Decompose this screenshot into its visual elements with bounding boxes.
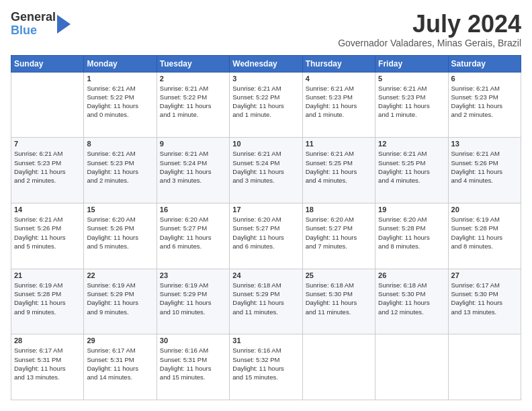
day-info: Sunrise: 6:17 AM Sunset: 5:31 PM Dayligh… (14, 346, 81, 381)
table-row: 2Sunrise: 6:21 AM Sunset: 5:22 PM Daylig… (157, 72, 229, 138)
day-info: Sunrise: 6:21 AM Sunset: 5:26 PM Dayligh… (451, 149, 518, 185)
table-row: 11Sunrise: 6:21 AM Sunset: 5:25 PM Dayli… (302, 138, 375, 203)
table-row (375, 334, 448, 400)
table-row: 13Sunrise: 6:21 AM Sunset: 5:26 PM Dayli… (448, 138, 521, 203)
day-info: Sunrise: 6:19 AM Sunset: 5:28 PM Dayligh… (451, 215, 518, 250)
day-number: 12 (378, 140, 445, 148)
calendar-table: Sunday Monday Tuesday Wednesday Thursday… (11, 55, 521, 400)
col-monday: Monday (84, 55, 157, 72)
calendar-week-row: 21Sunrise: 6:19 AM Sunset: 5:28 PM Dayli… (11, 269, 521, 334)
table-row (11, 72, 84, 138)
day-number: 30 (160, 336, 226, 345)
table-row: 31Sunrise: 6:16 AM Sunset: 5:32 PM Dayli… (230, 334, 302, 400)
calendar-week-row: 14Sunrise: 6:21 AM Sunset: 5:26 PM Dayli… (11, 203, 521, 269)
day-info: Sunrise: 6:19 AM Sunset: 5:29 PM Dayligh… (87, 281, 153, 316)
col-sunday: Sunday (11, 55, 84, 72)
day-number: 8 (87, 140, 153, 148)
header: General Blue July 2024 Governador Valada… (11, 11, 521, 48)
table-row (302, 334, 375, 400)
day-number: 6 (451, 75, 518, 83)
day-info: Sunrise: 6:18 AM Sunset: 5:30 PM Dayligh… (306, 281, 372, 316)
day-number: 15 (87, 205, 153, 214)
col-tuesday: Tuesday (157, 55, 229, 72)
table-row: 17Sunrise: 6:20 AM Sunset: 5:27 PM Dayli… (230, 203, 302, 269)
table-row: 16Sunrise: 6:20 AM Sunset: 5:27 PM Dayli… (157, 203, 229, 269)
table-row: 14Sunrise: 6:21 AM Sunset: 5:26 PM Dayli… (11, 203, 84, 269)
day-number: 16 (160, 205, 226, 214)
table-row: 3Sunrise: 6:21 AM Sunset: 5:22 PM Daylig… (230, 72, 302, 138)
table-row: 27Sunrise: 6:17 AM Sunset: 5:30 PM Dayli… (448, 269, 521, 334)
day-info: Sunrise: 6:17 AM Sunset: 5:30 PM Dayligh… (451, 281, 518, 316)
table-row: 28Sunrise: 6:17 AM Sunset: 5:31 PM Dayli… (11, 334, 84, 400)
month-year-title: July 2024 (338, 11, 521, 38)
logo-text: General Blue (11, 11, 56, 38)
day-info: Sunrise: 6:17 AM Sunset: 5:31 PM Dayligh… (87, 346, 153, 381)
calendar-header-row: Sunday Monday Tuesday Wednesday Thursday… (11, 55, 521, 72)
calendar-week-row: 7Sunrise: 6:21 AM Sunset: 5:23 PM Daylig… (11, 138, 521, 203)
day-number: 27 (451, 271, 518, 279)
day-number: 2 (160, 75, 226, 83)
logo-icon (57, 15, 71, 34)
day-info: Sunrise: 6:18 AM Sunset: 5:30 PM Dayligh… (378, 281, 445, 316)
day-number: 22 (87, 271, 153, 279)
day-number: 9 (160, 140, 226, 148)
table-row: 29Sunrise: 6:17 AM Sunset: 5:31 PM Dayli… (84, 334, 157, 400)
table-row: 30Sunrise: 6:16 AM Sunset: 5:31 PM Dayli… (157, 334, 229, 400)
col-wednesday: Wednesday (230, 55, 302, 72)
day-info: Sunrise: 6:21 AM Sunset: 5:23 PM Dayligh… (14, 149, 81, 185)
day-number: 28 (14, 336, 81, 345)
calendar-week-row: 28Sunrise: 6:17 AM Sunset: 5:31 PM Dayli… (11, 334, 521, 400)
table-row: 23Sunrise: 6:19 AM Sunset: 5:29 PM Dayli… (157, 269, 229, 334)
day-info: Sunrise: 6:20 AM Sunset: 5:27 PM Dayligh… (232, 215, 299, 250)
day-info: Sunrise: 6:20 AM Sunset: 5:27 PM Dayligh… (160, 215, 226, 250)
table-row: 20Sunrise: 6:19 AM Sunset: 5:28 PM Dayli… (448, 203, 521, 269)
table-row: 4Sunrise: 6:21 AM Sunset: 5:23 PM Daylig… (302, 72, 375, 138)
day-info: Sunrise: 6:21 AM Sunset: 5:23 PM Dayligh… (451, 84, 518, 120)
col-thursday: Thursday (302, 55, 375, 72)
table-row: 1Sunrise: 6:21 AM Sunset: 5:22 PM Daylig… (84, 72, 157, 138)
table-row: 8Sunrise: 6:21 AM Sunset: 5:23 PM Daylig… (84, 138, 157, 203)
day-number: 17 (232, 205, 299, 214)
day-info: Sunrise: 6:21 AM Sunset: 5:22 PM Dayligh… (160, 84, 226, 120)
day-number: 7 (14, 140, 81, 148)
table-row: 12Sunrise: 6:21 AM Sunset: 5:25 PM Dayli… (375, 138, 448, 203)
table-row: 19Sunrise: 6:20 AM Sunset: 5:28 PM Dayli… (375, 203, 448, 269)
day-number: 29 (87, 336, 153, 345)
col-saturday: Saturday (448, 55, 521, 72)
day-info: Sunrise: 6:21 AM Sunset: 5:22 PM Dayligh… (87, 84, 153, 120)
col-friday: Friday (375, 55, 448, 72)
table-row: 25Sunrise: 6:18 AM Sunset: 5:30 PM Dayli… (302, 269, 375, 334)
day-info: Sunrise: 6:19 AM Sunset: 5:29 PM Dayligh… (160, 281, 226, 316)
day-info: Sunrise: 6:20 AM Sunset: 5:28 PM Dayligh… (378, 215, 445, 250)
logo-blue: Blue (11, 24, 56, 38)
table-row: 24Sunrise: 6:18 AM Sunset: 5:29 PM Dayli… (230, 269, 302, 334)
day-number: 26 (378, 271, 445, 279)
day-info: Sunrise: 6:21 AM Sunset: 5:23 PM Dayligh… (378, 84, 445, 120)
day-info: Sunrise: 6:21 AM Sunset: 5:25 PM Dayligh… (378, 149, 445, 185)
day-info: Sunrise: 6:21 AM Sunset: 5:24 PM Dayligh… (160, 149, 226, 185)
day-info: Sunrise: 6:21 AM Sunset: 5:25 PM Dayligh… (306, 149, 372, 185)
day-info: Sunrise: 6:21 AM Sunset: 5:23 PM Dayligh… (87, 149, 153, 185)
table-row: 10Sunrise: 6:21 AM Sunset: 5:24 PM Dayli… (230, 138, 302, 203)
day-info: Sunrise: 6:20 AM Sunset: 5:27 PM Dayligh… (306, 215, 372, 250)
table-row: 22Sunrise: 6:19 AM Sunset: 5:29 PM Dayli… (84, 269, 157, 334)
day-number: 5 (378, 75, 445, 83)
day-info: Sunrise: 6:21 AM Sunset: 5:23 PM Dayligh… (306, 84, 372, 120)
day-info: Sunrise: 6:21 AM Sunset: 5:22 PM Dayligh… (232, 84, 299, 120)
day-info: Sunrise: 6:16 AM Sunset: 5:31 PM Dayligh… (160, 346, 226, 381)
table-row: 7Sunrise: 6:21 AM Sunset: 5:23 PM Daylig… (11, 138, 84, 203)
day-info: Sunrise: 6:19 AM Sunset: 5:28 PM Dayligh… (14, 281, 81, 316)
day-number: 11 (306, 140, 372, 148)
table-row: 5Sunrise: 6:21 AM Sunset: 5:23 PM Daylig… (375, 72, 448, 138)
day-number: 14 (14, 205, 81, 214)
svg-marker-0 (57, 15, 71, 34)
day-info: Sunrise: 6:21 AM Sunset: 5:24 PM Dayligh… (232, 149, 299, 185)
table-row: 15Sunrise: 6:20 AM Sunset: 5:26 PM Dayli… (84, 203, 157, 269)
day-number: 19 (378, 205, 445, 214)
day-number: 23 (160, 271, 226, 279)
day-number: 21 (14, 271, 81, 279)
title-block: July 2024 Governador Valadares, Minas Ge… (338, 11, 521, 48)
logo-general: General (11, 11, 56, 24)
day-info: Sunrise: 6:18 AM Sunset: 5:29 PM Dayligh… (232, 281, 299, 316)
day-number: 24 (232, 271, 299, 279)
